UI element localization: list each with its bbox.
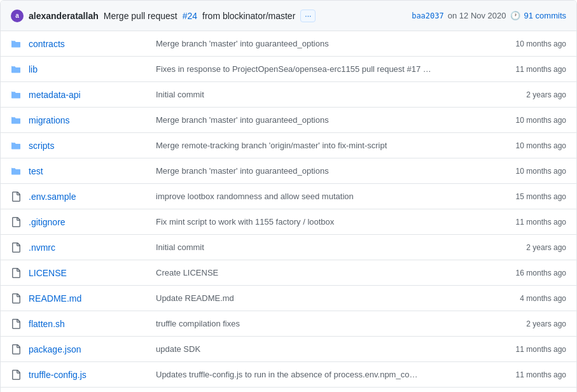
- commit-on-text: on 12 Nov 2020: [448, 11, 506, 20]
- file-icon: [11, 217, 24, 227]
- more-button[interactable]: ···: [300, 10, 316, 22]
- table-row: scriptsMerge remote-tracking branch 'ori…: [1, 133, 576, 158]
- file-message: Fix mint script to work with 1155 factor…: [156, 217, 490, 227]
- file-icon: [11, 344, 24, 354]
- file-icon: [11, 268, 24, 278]
- table-row: yarn.lockupdate SDK11 months ago: [1, 388, 576, 392]
- file-name-link[interactable]: .env.sample: [29, 192, 76, 202]
- table-row: truffle-config.jsUpdates truffle-config.…: [1, 362, 576, 388]
- file-time: 11 months ago: [490, 370, 566, 379]
- file-time: 2 years ago: [490, 319, 566, 328]
- commit-message-suffix: from blockinator/master: [202, 11, 295, 21]
- file-message: Initial commit: [156, 242, 490, 252]
- table-row: testMerge branch 'master' into guarantee…: [1, 158, 576, 184]
- table-row: contractsMerge branch 'master' into guar…: [1, 31, 576, 57]
- file-message: Create LICENSE: [156, 268, 490, 277]
- table-row: README.mdUpdate README.md4 months ago: [1, 286, 576, 311]
- file-message: truffle compilation fixes: [156, 319, 490, 328]
- table-row: metadata-apiInitial commit2 years ago: [1, 82, 576, 108]
- pr-link[interactable]: #24: [183, 11, 197, 21]
- file-name-link[interactable]: lib: [29, 64, 38, 74]
- folder-icon: [11, 141, 24, 151]
- file-name-link[interactable]: truffle-config.js: [29, 370, 87, 380]
- table-row: migrationsMerge branch 'master' into gua…: [1, 108, 576, 133]
- table-row: libFixes in response to ProjectOpenSea/o…: [1, 57, 576, 82]
- file-name-link[interactable]: .gitignore: [29, 217, 66, 227]
- file-message: Merge branch 'master' into guaranteed_op…: [156, 39, 490, 48]
- file-rows-container: contractsMerge branch 'master' into guar…: [1, 31, 576, 392]
- table-row: .gitignoreFix mint script to work with 1…: [1, 209, 576, 235]
- file-name-link[interactable]: migrations: [29, 115, 70, 125]
- avatar: a: [11, 10, 24, 22]
- file-time: 2 years ago: [490, 90, 566, 99]
- commit-message-prefix: Merge pull request: [104, 11, 177, 21]
- file-name-link[interactable]: test: [29, 166, 43, 176]
- file-time: 15 months ago: [490, 192, 566, 201]
- file-time: 10 months ago: [490, 39, 566, 48]
- file-name-link[interactable]: scripts: [29, 141, 54, 151]
- file-time: 11 months ago: [490, 65, 566, 74]
- file-time: 11 months ago: [490, 345, 566, 354]
- folder-icon: [11, 166, 24, 176]
- table-row: package.jsonupdate SDK11 months ago: [1, 337, 576, 362]
- file-time: 11 months ago: [490, 218, 566, 227]
- file-name-link[interactable]: flatten.sh: [29, 319, 65, 329]
- folder-icon: [11, 90, 24, 100]
- file-message: Update README.md: [156, 293, 490, 303]
- file-name-link[interactable]: package.json: [29, 344, 81, 354]
- commit-meta: baa2037 on 12 Nov 2020 🕐 91 commits: [412, 11, 566, 20]
- file-name-link[interactable]: README.md: [29, 293, 81, 304]
- table-row: LICENSECreate LICENSE16 months ago: [1, 260, 576, 286]
- repo-table: a alexanderatallah Merge pull request #2…: [0, 0, 577, 392]
- folder-icon: [11, 64, 24, 74]
- file-name-link[interactable]: metadata-api: [29, 90, 81, 100]
- file-time: 2 years ago: [490, 243, 566, 252]
- commit-username[interactable]: alexanderatallah: [29, 11, 99, 21]
- folder-icon: [11, 115, 24, 125]
- file-message: Updates truffle-config.js to run in the …: [156, 370, 490, 379]
- file-message: Fixes in response to ProjectOpenSea/open…: [156, 64, 490, 74]
- commit-hash[interactable]: baa2037: [412, 11, 444, 20]
- file-message: update SDK: [156, 344, 490, 354]
- file-message: Initial commit: [156, 90, 490, 99]
- file-message: improve lootbox randomness and allow see…: [156, 192, 490, 201]
- table-row: .nvmrcInitial commit2 years ago: [1, 235, 576, 260]
- file-name-link[interactable]: .nvmrc: [29, 242, 55, 253]
- file-icon: [11, 192, 24, 202]
- table-row: flatten.shtruffle compilation fixes2 yea…: [1, 311, 576, 337]
- folder-icon: [11, 39, 24, 49]
- commit-header: a alexanderatallah Merge pull request #2…: [1, 1, 576, 31]
- file-time: 10 months ago: [490, 116, 566, 125]
- file-time: 4 months ago: [490, 294, 566, 303]
- file-icon: [11, 319, 24, 329]
- file-time: 10 months ago: [490, 141, 566, 150]
- file-message: Merge branch 'master' into guaranteed_op…: [156, 115, 490, 125]
- file-time: 10 months ago: [490, 167, 566, 176]
- file-name-link[interactable]: contracts: [29, 39, 65, 49]
- file-icon: [11, 242, 24, 253]
- repo-wrapper: a alexanderatallah Merge pull request #2…: [0, 0, 577, 392]
- commits-link[interactable]: 91 commits: [524, 11, 566, 20]
- file-name-link[interactable]: LICENSE: [29, 268, 67, 278]
- file-time: 16 months ago: [490, 269, 566, 277]
- file-message: Merge remote-tracking branch 'origin/mas…: [156, 141, 490, 150]
- table-row: .env.sampleimprove lootbox randomness an…: [1, 184, 576, 209]
- file-icon: [11, 293, 24, 304]
- clock-icon: 🕐: [510, 11, 520, 20]
- file-message: Merge branch 'master' into guaranteed_op…: [156, 166, 490, 176]
- file-icon: [11, 370, 24, 380]
